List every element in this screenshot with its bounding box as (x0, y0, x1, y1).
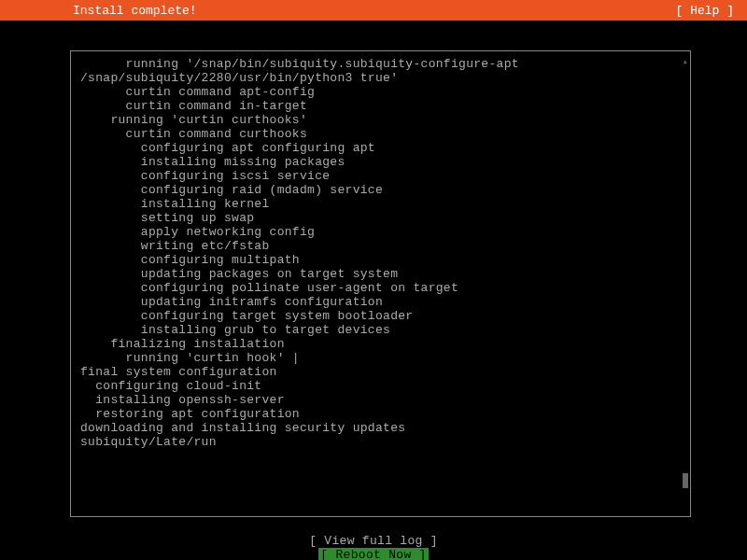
view-full-log-button[interactable]: [ View full log ] (309, 534, 438, 548)
help-button[interactable]: [ Help ] (676, 4, 734, 18)
log-panel: ▴ running '/snap/bin/subiquity.subiquity… (70, 50, 691, 517)
header-bar: Install complete! [ Help ] (0, 0, 747, 21)
reboot-now-button[interactable]: [ Reboot Now ] (318, 548, 428, 560)
scrollbar-thumb[interactable] (683, 473, 688, 488)
header-title: Install complete! (73, 4, 197, 18)
action-row: [ View full log ] [ Reboot Now ] (0, 534, 747, 560)
log-output: running '/snap/bin/subiquity.subiquity-c… (80, 57, 681, 449)
scroll-up-icon[interactable]: ▴ (682, 55, 688, 67)
